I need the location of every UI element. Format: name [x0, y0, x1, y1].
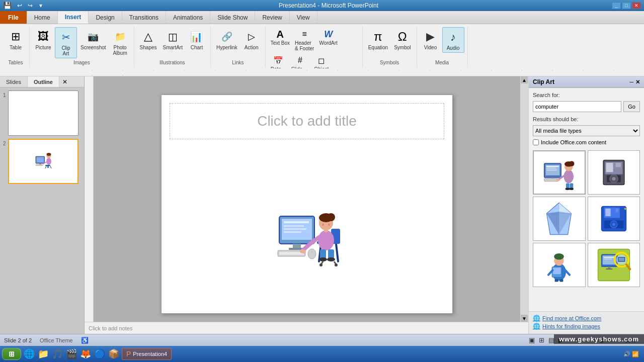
- ribbon: ⊞ Table Tables 🖼 Picture ✂ ClipArt 📷 S: [0, 24, 644, 68]
- smartart-btn[interactable]: ◫ SmartArt: [160, 27, 185, 52]
- svg-point-7: [46, 153, 51, 156]
- svg-rect-65: [606, 163, 613, 172]
- insert-table-btn[interactable]: ⊞ Table: [5, 27, 26, 52]
- hints-link[interactable]: 🌐 Hints for finding images: [533, 323, 640, 330]
- tab-transitions[interactable]: Transitions: [122, 11, 166, 24]
- slide-clipart[interactable]: [267, 196, 347, 266]
- action-btn[interactable]: ▷ Action: [241, 27, 262, 52]
- slide-thumb-2[interactable]: [8, 139, 78, 184]
- tab-slideshow[interactable]: Slide Show: [210, 11, 255, 24]
- wordart-icon: W: [323, 28, 335, 40]
- slide-2-container: 2: [3, 139, 81, 184]
- tab-view[interactable]: View: [290, 11, 317, 24]
- symbol-btn[interactable]: Ω Symbol: [391, 27, 413, 52]
- taskbar-vlc-icon[interactable]: 🎬: [65, 348, 77, 360]
- svg-point-69: [612, 177, 615, 180]
- clipart-go-btn[interactable]: Go: [623, 101, 640, 112]
- ribbon-group-links: 🔗 Hyperlink ▷ Action Links: [211, 26, 266, 67]
- office-link[interactable]: 🌐 Find more at Office.com: [533, 315, 640, 322]
- panel-minimize-btn[interactable]: ─: [629, 79, 633, 85]
- view-normal-btn[interactable]: ▣: [529, 336, 535, 344]
- start-btn[interactable]: ⊞: [2, 348, 21, 360]
- hyperlink-btn[interactable]: 🔗 Hyperlink: [214, 27, 240, 52]
- tab-insert[interactable]: Insert: [58, 11, 89, 24]
- svg-rect-78: [605, 209, 611, 216]
- close-panel-btn[interactable]: ✕: [59, 76, 70, 87]
- equation-btn[interactable]: π Equation: [366, 27, 390, 52]
- scroll-down-btn[interactable]: ▼: [521, 315, 528, 322]
- clipart-btn[interactable]: ✂ ClipArt: [55, 27, 77, 58]
- clipart-item-6[interactable]: [588, 243, 640, 287]
- taskbar-chrome-icon[interactable]: 🔵: [94, 348, 106, 360]
- include-office-row: Include Office.com content: [533, 139, 640, 145]
- shapes-btn[interactable]: △ Shapes: [137, 27, 159, 52]
- clipart-item-4[interactable]: [588, 197, 640, 241]
- audio-btn[interactable]: ♪ Audio: [442, 27, 464, 53]
- include-office-checkbox[interactable]: [533, 139, 539, 145]
- panel-close-btn[interactable]: ✕: [635, 79, 640, 85]
- results-type-select[interactable]: All media file types: [533, 125, 640, 136]
- slide-panel: Slides Outline ✕ 1 2: [0, 76, 85, 334]
- panel-controls: ─ ✕: [629, 79, 640, 85]
- taskbar-ie-icon[interactable]: 🌐: [23, 348, 35, 360]
- slide-1-container: 1: [3, 90, 81, 136]
- tab-outline[interactable]: Outline: [28, 76, 59, 87]
- customize-btn[interactable]: ▾: [36, 1, 45, 10]
- hints-link-text: Hints for finding images: [542, 323, 600, 329]
- minimize-btn[interactable]: _: [612, 2, 621, 9]
- app-title: Presentation4 - Microsoft PowerPoint: [45, 2, 612, 9]
- photoalbum-btn[interactable]: 📁 PhotoAlbum: [110, 27, 131, 57]
- ribbon-group-tables: ⊞ Table Tables: [2, 26, 30, 67]
- headerfooter-btn[interactable]: ≡ Header& Footer: [293, 27, 316, 52]
- quick-access-toolbar: 💾 ↩ ↪ ▾: [3, 1, 45, 10]
- office-link-text: Find more at Office.com: [542, 315, 601, 321]
- wordart-btn[interactable]: W WordArt: [317, 27, 340, 47]
- symbols-group-label: Symbols: [380, 60, 399, 66]
- textbox-btn[interactable]: A Text Box: [269, 27, 292, 47]
- view-slidesorter-btn[interactable]: ⊞: [539, 336, 544, 344]
- links-group-label: Links: [232, 60, 244, 66]
- headerfooter-icon: ≡: [298, 28, 310, 40]
- scroll-up-btn[interactable]: ▲: [521, 76, 528, 83]
- taskbar-firefox-icon[interactable]: 🦊: [79, 348, 92, 360]
- taskbar-folder-icon[interactable]: 📁: [37, 348, 49, 360]
- svg-point-44: [335, 263, 338, 266]
- vertical-scrollbar[interactable]: ▲ ▼: [520, 76, 528, 322]
- svg-rect-91: [555, 279, 558, 282]
- taskbar-dropbox-icon[interactable]: 📦: [108, 348, 120, 360]
- video-icon: ▶: [423, 29, 439, 45]
- svg-rect-49: [546, 169, 557, 170]
- picture-btn[interactable]: 🖼 Picture: [33, 27, 54, 52]
- tab-file[interactable]: File: [0, 11, 27, 24]
- clipart-item-5[interactable]: [533, 243, 586, 287]
- clipart-search-input[interactable]: [533, 101, 621, 112]
- include-office-label: Include Office.com content: [541, 139, 606, 145]
- svg-rect-79: [615, 209, 618, 212]
- slide-2-num: 2: [3, 141, 6, 146]
- tab-animations[interactable]: Animations: [166, 11, 210, 24]
- restore-btn[interactable]: □: [622, 2, 631, 9]
- redo-btn[interactable]: ↪: [26, 1, 35, 10]
- tab-design[interactable]: Design: [89, 11, 122, 24]
- tab-slides[interactable]: Slides: [0, 76, 28, 87]
- title-placeholder[interactable]: Click to add title: [170, 103, 444, 139]
- tab-review[interactable]: Review: [255, 11, 289, 24]
- chart-btn[interactable]: 📊 Chart: [186, 27, 207, 52]
- clipart-magnify-computer: [596, 247, 631, 283]
- clipart-item-2[interactable]: [588, 150, 640, 195]
- tab-home[interactable]: Home: [27, 11, 58, 24]
- clipart-item-1[interactable]: [533, 150, 586, 195]
- svg-rect-10: [45, 165, 50, 166]
- video-btn[interactable]: ▶ Video: [420, 27, 441, 52]
- taskbar-powerpoint-btn[interactable]: P Presentation4: [122, 348, 172, 360]
- taskbar-media-icon[interactable]: 🎵: [51, 348, 63, 360]
- close-btn[interactable]: ✕: [632, 2, 641, 9]
- clipart-item-3[interactable]: [533, 197, 586, 241]
- taskbar-tray: 🔊 📶: [620, 351, 642, 357]
- slide-thumb-1[interactable]: [8, 90, 78, 136]
- screenshot-btn[interactable]: 📷 Screenshot: [78, 27, 109, 52]
- undo-btn[interactable]: ↩: [15, 1, 24, 10]
- notes-bar[interactable]: Click to add notes: [85, 322, 528, 334]
- slide-viewport[interactable]: Click to add title: [94, 76, 520, 322]
- svg-rect-96: [604, 257, 614, 258]
